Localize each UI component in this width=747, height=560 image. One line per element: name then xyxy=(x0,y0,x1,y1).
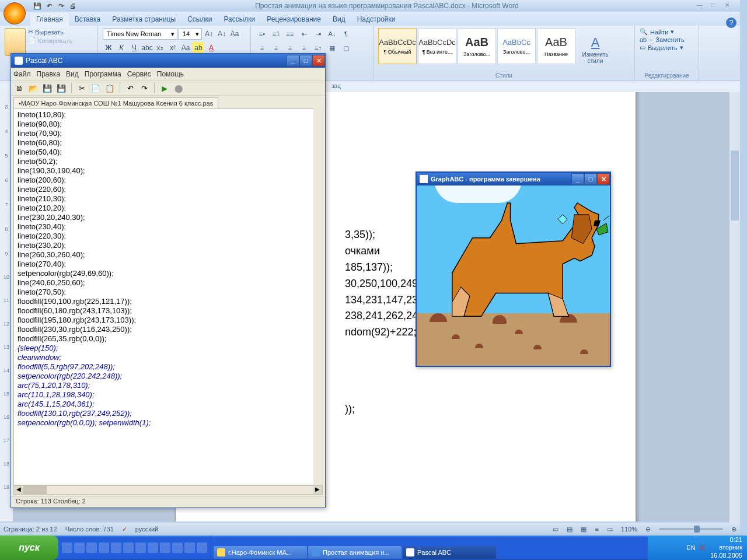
tb-redo-icon[interactable]: ↷ xyxy=(138,82,150,94)
shrink-font-icon[interactable]: A↓ xyxy=(216,28,228,40)
select-button[interactable]: ▭ Выделить ▾ xyxy=(640,44,694,51)
tab-review[interactable]: Рецензирование xyxy=(261,13,327,26)
close-icon[interactable]: ✕ xyxy=(725,2,735,10)
align-left-icon[interactable]: ≡ xyxy=(256,42,268,54)
tab-view[interactable]: Вид xyxy=(327,13,351,26)
italic-icon[interactable]: К xyxy=(116,42,127,54)
graphabc-titlebar[interactable]: GraphABC - программа завершена _ □ ✕ xyxy=(417,173,610,186)
ql-icon-7[interactable] xyxy=(135,542,146,553)
ql-desktop-icon[interactable] xyxy=(62,542,72,553)
tab-references[interactable]: Ссылки xyxy=(181,13,218,26)
tb-copy-icon[interactable]: 📄 xyxy=(90,82,102,94)
justify-icon[interactable]: ≡ xyxy=(298,42,310,54)
replace-button[interactable]: ab→ Заменить xyxy=(640,36,694,43)
tb-run-icon[interactable]: ▶ xyxy=(159,82,170,94)
redo-icon[interactable]: ↷ xyxy=(56,1,65,10)
ql-icon-10[interactable] xyxy=(172,542,183,553)
ql-ie-icon[interactable] xyxy=(74,542,85,553)
strike-icon[interactable]: abc xyxy=(141,42,153,54)
tb-new-icon[interactable]: 🗎 xyxy=(13,82,25,94)
grow-font-icon[interactable]: A↑ xyxy=(203,28,215,40)
menu-view[interactable]: Вид xyxy=(66,70,79,78)
numbering-icon[interactable]: ≡1 xyxy=(270,28,282,40)
task-pascal[interactable]: Pascal ABC xyxy=(403,546,496,559)
menu-help[interactable]: Помощь xyxy=(157,70,184,78)
indent-icon[interactable]: ⇥ xyxy=(312,28,324,40)
copy-button[interactable]: 📄 Копировать xyxy=(28,37,72,44)
tb-stop-icon[interactable]: ⬤ xyxy=(173,82,184,94)
outdent-icon[interactable]: ⇤ xyxy=(298,28,310,40)
graph-maximize-icon[interactable]: □ xyxy=(584,173,597,185)
pascal-scrollbar-h[interactable]: ◀▶ xyxy=(13,485,323,495)
view-web-icon[interactable]: ▦ xyxy=(581,526,587,533)
menu-service[interactable]: Сервис xyxy=(127,70,151,78)
tb-save-all-icon[interactable]: 💾 xyxy=(55,82,67,94)
tab-page-layout[interactable]: Разметка страницы xyxy=(106,13,181,26)
task-explorer[interactable]: г.Наро-Фоминск МА... xyxy=(214,546,307,559)
print-preview-icon[interactable]: 🖨 xyxy=(68,1,77,10)
undo-icon[interactable]: ↶ xyxy=(44,1,54,10)
zoom-value[interactable]: 110% xyxy=(621,526,637,533)
start-button[interactable]: пуск xyxy=(0,536,58,560)
tb-save-icon[interactable]: 💾 xyxy=(41,82,53,94)
style-heading1[interactable]: AaBЗаголово... xyxy=(458,28,496,64)
paste-icon[interactable] xyxy=(5,28,26,56)
change-styles-button[interactable]: A Изменить стили xyxy=(578,28,613,71)
tb-paste-icon[interactable]: 📋 xyxy=(104,82,116,94)
tb-undo-icon[interactable]: ↶ xyxy=(124,82,136,94)
sort-icon[interactable]: A↓ xyxy=(326,28,338,40)
vertical-scrollbar[interactable] xyxy=(729,92,740,523)
ql-icon-9[interactable] xyxy=(160,542,170,553)
multilevel-icon[interactable]: ≡≡ xyxy=(284,28,296,40)
pascal-close-icon[interactable]: ✕ xyxy=(312,55,325,66)
tab-home[interactable]: Главная xyxy=(30,13,69,26)
graph-close-icon[interactable]: ✕ xyxy=(597,173,610,185)
underline-icon[interactable]: Ч xyxy=(128,42,140,54)
clear-format-icon[interactable]: Aa xyxy=(229,28,240,40)
font-color-icon[interactable]: A xyxy=(205,42,217,54)
graph-minimize-icon[interactable]: _ xyxy=(571,173,584,185)
change-case-icon[interactable]: Aa xyxy=(180,42,191,54)
status-words[interactable]: Число слов: 731 xyxy=(65,526,114,533)
view-print-icon[interactable]: ▭ xyxy=(553,526,558,533)
pascal-file-tab[interactable]: •МАОУ Наро-Фоминская СОШ №1 Машурова Ксе… xyxy=(13,97,218,108)
ql-icon-4[interactable] xyxy=(99,542,109,553)
find-button[interactable]: 🔍 Найти ▾ xyxy=(640,28,694,36)
ql-icon-8[interactable] xyxy=(148,542,158,553)
office-button[interactable] xyxy=(4,2,26,24)
tb-cut-icon[interactable]: ✂ xyxy=(76,82,88,94)
ql-icon-12[interactable] xyxy=(197,542,207,553)
pascal-maximize-icon[interactable]: □ xyxy=(299,55,312,66)
menu-edit[interactable]: Правка xyxy=(37,70,61,78)
font-name-combo[interactable]: Times New Roman▾ xyxy=(103,28,177,40)
style-normal[interactable]: AaBbCcDc¶ Обычный xyxy=(378,28,417,64)
maximize-icon[interactable]: □ xyxy=(711,2,721,10)
highlight-icon[interactable]: ab xyxy=(193,42,204,54)
view-draft-icon[interactable]: ▭ xyxy=(607,526,613,533)
scrollbar-thumb[interactable] xyxy=(731,150,739,220)
status-spell-icon[interactable]: ✓ xyxy=(122,526,127,533)
zoom-slider[interactable] xyxy=(659,528,723,530)
menu-file[interactable]: Файл xyxy=(13,70,31,78)
ql-icon-6[interactable] xyxy=(123,542,134,553)
border-icon[interactable]: ▢ xyxy=(340,42,352,54)
view-read-icon[interactable]: ▤ xyxy=(567,526,573,533)
line-spacing-icon[interactable]: ≡↕ xyxy=(312,42,324,54)
subscript-icon[interactable]: x₂ xyxy=(154,42,166,54)
status-page[interactable]: Страница: 2 из 12 xyxy=(4,526,57,533)
bold-icon[interactable]: Ж xyxy=(103,42,114,54)
pascal-titlebar[interactable]: Pascal ABC _ □ ✕ xyxy=(11,54,325,68)
clock[interactable]: 0:21 вторник 16.08.2005 xyxy=(710,536,742,559)
shading-icon[interactable]: ▦ xyxy=(326,42,338,54)
status-lang[interactable]: русский xyxy=(135,526,158,533)
zoom-out-icon[interactable]: ⊖ xyxy=(645,526,651,533)
tray-kaspersky-icon[interactable]: K xyxy=(700,543,706,552)
font-size-combo[interactable]: 14▾ xyxy=(179,28,202,40)
zoom-in-icon[interactable]: ⊕ xyxy=(731,526,736,533)
view-outline-icon[interactable]: ≡ xyxy=(595,526,598,533)
style-no-spacing[interactable]: AaBbCcDc¶ Без инте... xyxy=(418,28,456,64)
ql-icon-11[interactable] xyxy=(184,542,195,553)
style-title[interactable]: AaBНазвание xyxy=(537,28,575,64)
styles-gallery[interactable]: AaBbCcDc¶ Обычный AaBbCcDc¶ Без инте... … xyxy=(378,28,575,71)
align-center-icon[interactable]: ≡ xyxy=(270,42,282,54)
